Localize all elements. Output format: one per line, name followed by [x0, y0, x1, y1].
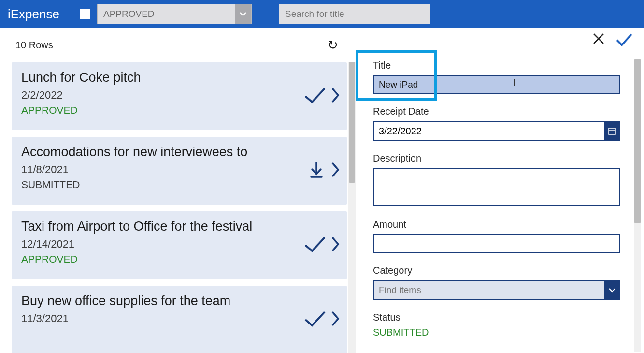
list-item[interactable]: Lunch for Coke pitch2/2/2022APPROVED: [12, 62, 347, 130]
app-header: iExpense APPROVED: [0, 0, 644, 28]
status-filter-value: APPROVED: [98, 9, 235, 19]
status-label: Status: [373, 312, 620, 323]
status-filter-select[interactable]: APPROVED: [97, 4, 252, 24]
download-icon[interactable]: [306, 160, 327, 182]
list-item[interactable]: Taxi from Airport to Office for the fest…: [12, 211, 347, 279]
list-item-date: 12/14/2021: [21, 238, 337, 250]
refresh-icon[interactable]: ↻: [328, 38, 338, 53]
list-item-date: 11/8/2021: [21, 163, 337, 176]
calendar-icon[interactable]: [604, 121, 620, 141]
chevron-down-icon[interactable]: [235, 4, 251, 24]
list-scrollbar[interactable]: [348, 62, 356, 353]
description-label: Description: [373, 153, 620, 164]
list-item-title: Lunch for Coke pitch: [21, 70, 272, 85]
description-input[interactable]: [373, 168, 620, 206]
search-input[interactable]: [279, 4, 430, 24]
chevron-right-icon[interactable]: [330, 86, 341, 107]
row-count-label: 10 Rows: [15, 40, 53, 51]
scrollbar-thumb[interactable]: [634, 59, 641, 223]
status-value: SUBMITTED: [373, 327, 620, 338]
content-area: 10 Rows ↻ Lunch for Coke pitch2/2/2022AP…: [0, 28, 644, 353]
list-item-status: APPROVED: [21, 104, 337, 116]
list-item-title: Taxi from Airport to Office for the fest…: [21, 219, 272, 234]
scrollbar-thumb[interactable]: [349, 62, 355, 183]
title-label: Title: [373, 60, 620, 71]
category-label: Category: [373, 265, 620, 276]
svg-rect-0: [609, 128, 615, 134]
checkmark-icon[interactable]: [303, 309, 327, 330]
title-input[interactable]: [373, 75, 620, 94]
list-item-date: 2/2/2022: [21, 89, 337, 102]
form-scrollbar[interactable]: [634, 59, 641, 352]
expense-list: Lunch for Coke pitch2/2/2022APPROVEDAcco…: [0, 62, 356, 353]
amount-label: Amount: [373, 219, 620, 230]
list-item[interactable]: Accomodations for new interviewees to11/…: [12, 137, 347, 205]
expense-form: Title I Receipt Date Description: [373, 60, 620, 338]
checkmark-icon[interactable]: [303, 86, 327, 107]
chevron-right-icon[interactable]: [330, 160, 341, 181]
checkmark-icon[interactable]: [303, 235, 327, 256]
date-label: Receipt Date: [373, 106, 620, 117]
list-panel: 10 Rows ↻ Lunch for Coke pitch2/2/2022AP…: [0, 28, 356, 353]
list-item-title: Accomodations for new interviewees to: [21, 145, 272, 160]
chevron-down-icon[interactable]: [604, 280, 620, 300]
list-item-date: 11/3/2021: [21, 312, 337, 325]
list-item-status: SUBMITTED: [21, 179, 337, 191]
chevron-right-icon[interactable]: [330, 309, 341, 330]
confirm-icon[interactable]: [616, 32, 632, 49]
app-title: iExpense: [8, 7, 59, 22]
chevron-right-icon[interactable]: [330, 235, 341, 256]
amount-input[interactable]: [373, 234, 620, 253]
date-input[interactable]: [373, 121, 604, 141]
header-checkbox[interactable]: [80, 9, 90, 19]
detail-panel: Title I Receipt Date Description: [356, 28, 644, 353]
list-item-status: APPROVED: [21, 253, 337, 265]
category-input[interactable]: [373, 280, 604, 300]
close-icon[interactable]: [592, 32, 605, 49]
list-item[interactable]: Buy new office supplies for the team11/3…: [12, 286, 347, 353]
list-item-title: Buy new office supplies for the team: [21, 294, 272, 309]
